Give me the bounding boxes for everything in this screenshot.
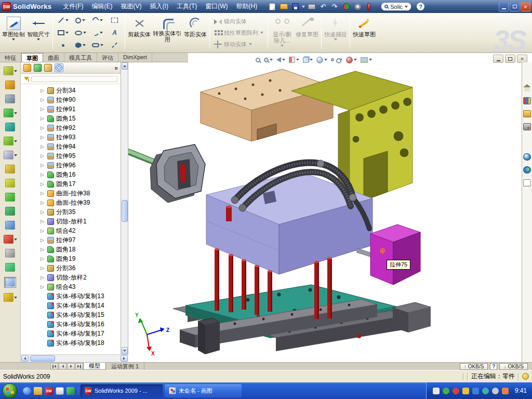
tree-item[interactable]: ▷圆角17 [21,179,121,189]
expand-arrow-icon[interactable]: ▷ [41,200,45,205]
home-icon[interactable] [523,84,531,91]
expand-arrow-icon[interactable]: ▷ [41,247,45,252]
taskbar-task-paint[interactable]: 未命名 - 画图 [165,384,242,397]
expand-arrow-icon[interactable]: ▷ [41,172,45,177]
quick-launch-document-icon[interactable] [56,387,64,395]
tab-dimxpert[interactable]: DimXpert [118,53,152,62]
file-explorer-icon[interactable] [523,110,531,117]
appearance-icon[interactable] [346,57,357,63]
taskbar-task-solidworks[interactable]: SW SolidWorks 2009 - ... [81,384,163,397]
expand-arrow-icon[interactable]: ▷ [41,284,45,289]
scroll-right-icon[interactable] [121,355,128,362]
part-slide-block[interactable]: φ [370,224,420,285]
record-macro-icon[interactable] [364,2,374,11]
scroll-up-icon[interactable] [122,62,128,70]
scene-icon[interactable] [361,57,372,63]
display-delete-relations-button[interactable]: 显示/删除几... [270,14,295,51]
quick-launch-solidworks-icon[interactable]: SW [45,387,53,395]
featuremanager-icon[interactable] [23,64,31,72]
offset-entities-button[interactable]: 等距实体 [183,14,208,51]
smart-dimension-button[interactable]: 智能尺寸 [26,14,51,51]
scrollbar-thumb[interactable] [122,200,128,222]
tree-item[interactable]: ▷拉伸97 [21,235,121,245]
tree-item[interactable]: ▷分割36 [21,263,121,273]
part-top-clamp-plate[interactable] [201,69,333,141]
quick-launch-media-icon[interactable] [66,387,75,395]
graphics-viewport[interactable]: φ [128,62,522,362]
zoom-fit-icon[interactable] [256,58,260,62]
tray-icon[interactable] [502,388,509,394]
search-box[interactable]: Solic [381,2,411,11]
quick-snaps-button[interactable]: 快速捕捉 [323,14,348,51]
save-icon[interactable] [290,2,300,11]
tree-item[interactable]: ▷实体-移动/复制16 [21,320,121,329]
expand-arrow-icon[interactable]: ▷ [41,191,45,196]
tree-item[interactable]: ▷分割34 [21,86,121,95]
rebuild-icon[interactable] [341,2,351,11]
expand-arrow-icon[interactable]: ▷ [41,219,45,224]
restore-doc-button[interactable] [505,55,515,63]
left-toolbar-icon[interactable] [5,81,15,89]
expand-arrow-icon[interactable]: ▷ [41,107,45,112]
tree-vertical-scrollbar[interactable] [121,62,128,354]
section-view-icon[interactable] [289,57,299,63]
display-style-icon[interactable] [316,57,327,63]
slot-tool-icon[interactable] [89,39,106,51]
left-toolbar-icon[interactable] [4,109,17,117]
rectangle-tool-icon[interactable] [55,26,72,39]
point-tool-icon[interactable] [55,39,72,51]
menu-insert[interactable]: 插入(I) [146,1,172,12]
propertymanager-icon[interactable] [34,64,42,72]
tree-item[interactable]: ▷圆角19 [21,254,121,263]
tree-item[interactable]: ▷切除-放样1 [21,217,121,226]
expand-arrow-icon[interactable]: ▷ [41,97,45,102]
save-dropdown-icon[interactable] [302,6,305,8]
menu-help[interactable]: 帮助(H) [232,1,262,12]
status-help-icon[interactable]: ? [490,363,497,370]
left-toolbar-icon[interactable] [4,137,17,145]
quick-launch-internet-icon[interactable] [23,387,31,395]
expand-arrow-icon[interactable]: ▷ [41,88,45,93]
arc-tool-icon[interactable] [89,14,106,26]
left-toolbar-icon-selected[interactable] [4,277,16,288]
tree-item[interactable]: ▷拉伸95 [21,151,121,161]
tree-item[interactable]: ▷拉伸96 [21,161,121,170]
menu-edit[interactable]: 编辑(E) [88,1,117,12]
tray-icon[interactable] [472,388,479,394]
mirror-entities-button[interactable]: 镜向实体 [211,16,266,27]
polygon-tool-icon[interactable] [72,39,89,51]
undo-icon[interactable]: ↶ [318,2,328,11]
left-toolbar-icon[interactable] [4,151,17,159]
previous-view-icon[interactable] [276,57,285,62]
left-toolbar-icon[interactable] [4,66,17,75]
tab-sketch[interactable]: 草图 [21,53,43,62]
spline-tool-icon[interactable] [89,26,106,39]
part-corner-bracket[interactable] [198,318,220,354]
left-toolbar-icon[interactable] [5,123,15,131]
scroll-left-icon[interactable] [21,355,29,362]
line-tool-icon[interactable] [55,14,72,26]
tree-item[interactable]: ▷拉伸92 [21,123,121,132]
tab-motion-study[interactable]: 运动算例 1 [106,363,144,370]
tree-item[interactable]: ▷实体-移动/复制14 [21,301,121,310]
tree-item[interactable]: ▷圆角16 [21,170,121,179]
ejector-pin[interactable] [242,259,246,310]
configurationmanager-icon[interactable] [44,64,52,72]
maximize-app-button[interactable] [510,2,520,11]
tab-model[interactable]: 模型 [83,363,106,370]
expand-arrow-icon[interactable]: ▷ [41,163,45,168]
repair-sketch-button[interactable]: 修复草图 [295,14,320,51]
redo-icon[interactable]: ↷ [330,2,339,11]
expand-arrow-icon[interactable]: ▷ [41,256,45,261]
menu-view[interactable]: 视图(V) [117,1,146,12]
tree-item[interactable]: ▷拉伸93 [21,132,121,142]
tray-icon[interactable] [482,388,489,394]
expand-arrow-icon[interactable]: ▷ [41,181,45,187]
design-library-icon[interactable] [523,97,531,104]
quick-launch-folder-icon[interactable] [34,387,42,395]
scrollbar-thumb[interactable] [30,355,55,362]
rapid-sketch-button[interactable]: 快速草图 [352,14,377,51]
tree-item[interactable]: ▷圆角18 [21,245,121,254]
tree-item[interactable]: ▷曲面-拉伸38 [21,189,121,198]
dimxpertmanager-tab[interactable] [55,63,63,72]
